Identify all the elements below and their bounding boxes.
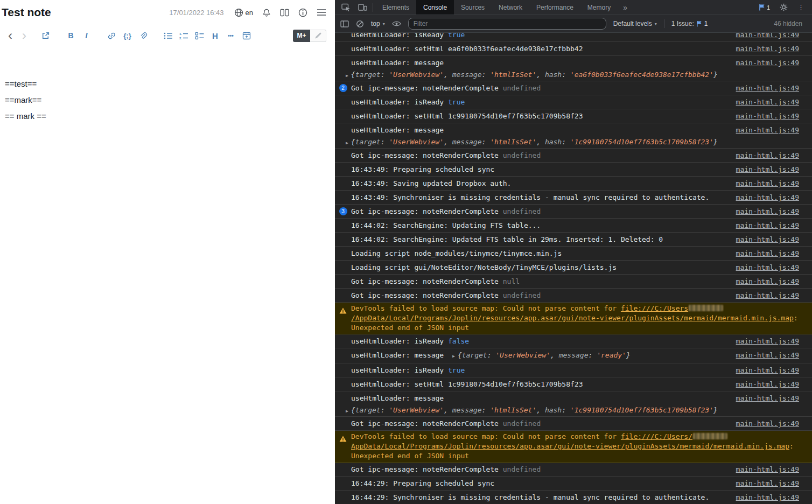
checkbox-list-button[interactable] <box>192 29 207 43</box>
set-alarm-button[interactable] <box>262 8 271 17</box>
inspect-element-button[interactable] <box>341 3 351 12</box>
source-link[interactable]: main-html.js:49 <box>736 191 799 204</box>
source-link[interactable]: main-html.js:49 <box>736 334 799 348</box>
inline-code-button[interactable]: {;} <box>120 29 135 43</box>
object-preview: ▶{target: 'UserWebview', message: 'htmlI… <box>346 406 718 414</box>
tab-console[interactable]: Console <box>416 0 454 15</box>
log-levels-selector[interactable]: Default levels ▾ <box>613 20 657 27</box>
source-link[interactable]: main-html.js:49 <box>736 363 799 377</box>
source-link[interactable]: main-html.js:49 <box>736 261 799 274</box>
source-link[interactable]: main-html.js:49 <box>736 417 799 430</box>
expand-arrow-icon[interactable]: ▶ <box>346 409 348 414</box>
more-panels-button[interactable]: » <box>618 3 633 12</box>
source-link[interactable]: main-html.js:49 <box>736 463 799 476</box>
tab-performance[interactable]: Performance <box>529 0 580 15</box>
layout-columns-icon <box>280 9 289 17</box>
console-row: useHtmlLoader: isReady truemain-html.js:… <box>335 95 812 109</box>
expand-arrow-icon[interactable]: ▶ <box>346 141 348 145</box>
source-link[interactable]: main-html.js:49 <box>736 56 799 69</box>
javascript-context-selector[interactable]: top ▾ <box>371 20 385 27</box>
source-link[interactable]: main-html.js:49 <box>736 149 799 162</box>
tab-sources[interactable]: Sources <box>454 0 492 15</box>
screen: Test note 17/01/2022 16:43 en <box>0 0 812 504</box>
source-link[interactable]: main-html.js:49 <box>736 289 799 302</box>
live-expression-button[interactable] <box>392 20 401 27</box>
log-segment: false <box>448 337 469 345</box>
source-link[interactable]: main-html.js:49 <box>736 247 799 260</box>
markdown-editor[interactable]: ==test====mark==== mark == <box>0 46 335 124</box>
markdown-editor-toggle[interactable]: M+ <box>293 30 310 42</box>
console-row: 16:43:49: Saving updated Dropbox auth.ma… <box>335 177 812 191</box>
warning-icon <box>339 307 347 314</box>
log-message: useHtmlLoader: setHtml 1c99180754d10ef7f… <box>351 377 731 391</box>
preview-key: message <box>452 138 482 146</box>
log-segment: useHtmlLoader: setHtml 1c99180754d10ef7f… <box>351 112 583 120</box>
toggle-editor-layout-button[interactable] <box>280 9 289 17</box>
source-link[interactable]: main-html.js:49 <box>736 491 799 504</box>
italic-button[interactable]: I <box>79 29 94 43</box>
tab-memory[interactable]: Memory <box>580 0 618 15</box>
tab-network[interactable]: Network <box>492 0 529 15</box>
console-warning-row: DevTools failed to load source map: Coul… <box>335 303 812 334</box>
pencil-icon <box>314 32 322 39</box>
bold-button[interactable]: B <box>63 29 79 43</box>
console-issues-button[interactable]: 1 Issue: 1 <box>671 20 708 27</box>
source-link[interactable]: main-html.js:49 <box>736 205 799 218</box>
spellcheck-language-button[interactable]: en <box>234 8 253 17</box>
console-sidebar-toggle[interactable] <box>340 20 349 27</box>
object-preview-line: ▶{target: 'UserWebview', message: 'htmlI… <box>346 69 731 81</box>
numbered-list-button[interactable]: 1.2. <box>176 29 192 43</box>
back-button[interactable]: ‹ <box>3 29 17 43</box>
log-segment: undefined <box>503 84 541 92</box>
source-link[interactable]: main-html.js:49 <box>736 477 799 490</box>
source-link[interactable]: main-html.js:49 <box>736 33 799 41</box>
heading-button[interactable]: H <box>207 29 223 43</box>
preview-key: target <box>355 138 381 146</box>
richtext-editor-toggle[interactable] <box>310 30 326 42</box>
source-link[interactable]: main-html.js:49 <box>736 42 799 55</box>
source-link[interactable]: main-html.js:49 <box>736 81 799 95</box>
devtools-menu-button[interactable]: ⋮ <box>797 3 804 11</box>
console-log[interactable]: useHtmlLoader: isReady truemain-html.js:… <box>335 33 812 504</box>
note-properties-button[interactable] <box>298 8 307 17</box>
forward-button[interactable]: › <box>17 29 31 43</box>
source-link[interactable]: main-html.js:49 <box>736 163 799 176</box>
log-segment: Got ipc-message: noteRenderComplete <box>351 84 503 92</box>
device-toolbar-button[interactable] <box>358 3 367 11</box>
hidden-messages-button[interactable]: 46 hidden <box>774 20 806 27</box>
source-link[interactable]: main-html.js:49 <box>736 391 799 405</box>
source-link[interactable]: main-html.js:49 <box>736 377 799 391</box>
hyperlink-button[interactable] <box>104 29 120 43</box>
insert-datetime-button[interactable] <box>239 29 254 43</box>
source-link[interactable]: main-html.js:49 <box>736 109 799 123</box>
preview-key: hash <box>545 138 562 146</box>
tab-elements[interactable]: Elements <box>375 0 416 15</box>
source-link[interactable]: main-html.js:49 <box>736 219 799 232</box>
source-link[interactable]: main-html.js:49 <box>736 95 799 109</box>
log-line: 16:43:49: Saving updated Dropbox auth. <box>351 177 731 190</box>
log-line: useHtmlLoader: isReady true <box>351 95 731 109</box>
issues-counter-button[interactable]: 1 <box>759 4 770 11</box>
expand-arrow-icon[interactable]: ▶ <box>452 354 455 359</box>
clear-console-button[interactable] <box>356 20 364 28</box>
calendar-plus-icon <box>242 31 251 40</box>
source-link[interactable]: main-html.js:49 <box>736 348 799 362</box>
log-segment: undefined <box>503 419 541 428</box>
attach-file-button[interactable] <box>135 29 151 43</box>
expand-arrow-icon[interactable]: ▶ <box>346 73 348 78</box>
source-link[interactable]: main-html.js:49 <box>736 275 799 288</box>
source-link[interactable]: main-html.js:49 <box>736 177 799 190</box>
bulleted-list-button[interactable] <box>160 29 176 43</box>
console-filter-input[interactable] <box>408 18 606 30</box>
note-menu-button[interactable] <box>317 9 326 16</box>
console-row: useHtmlLoader: setHtml ea6f0b033f6eafec4… <box>335 42 812 56</box>
issue-flag-icon <box>759 4 765 11</box>
more-formatting-button[interactable]: ••• <box>223 29 239 43</box>
preview-value: 'ea6f0b033f6eafec4de938e17cfbbb42' <box>570 71 713 79</box>
settings-button[interactable] <box>780 3 788 11</box>
toggle-editors-control: M+ <box>293 30 326 42</box>
source-link[interactable]: main-html.js:49 <box>736 123 799 137</box>
note-title-input[interactable]: Test note <box>2 6 169 19</box>
external-edit-button[interactable] <box>38 29 53 43</box>
source-link[interactable]: main-html.js:49 <box>736 233 799 246</box>
